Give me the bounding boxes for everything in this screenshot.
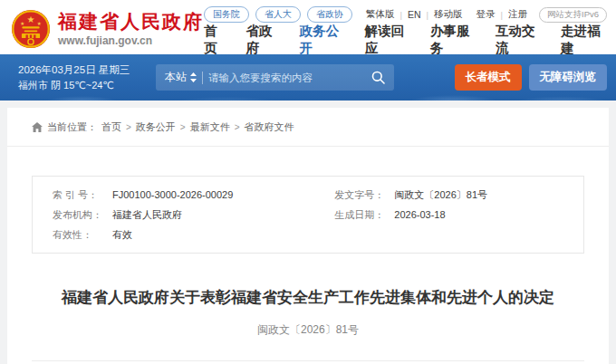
ipv6-badge: 网站支持IPv6 bbox=[539, 7, 607, 23]
breadcrumb-separator: > bbox=[180, 122, 186, 132]
document-number: 闽政文〔2026〕81号 bbox=[7, 322, 609, 338]
site-name: 福建省人民政府 bbox=[58, 11, 204, 33]
link-provincial-cppcc[interactable]: 省政协 bbox=[307, 6, 352, 23]
login-link[interactable]: 登录 bbox=[476, 8, 496, 21]
divider: | bbox=[400, 10, 402, 20]
document-meta-table: 索 引 号： FJ00100-3000-2026-00029 发布机构： 福建省… bbox=[32, 176, 584, 254]
nav-interaction[interactable]: 互动交流 bbox=[496, 23, 542, 57]
utility-bar: 国务院 省人大 省政协 繁体版 | EN | 移动版 登录 | 注册 网站支持I… bbox=[204, 6, 607, 23]
link-provincial-congress[interactable]: 省人大 bbox=[255, 6, 301, 23]
breadcrumb-separator: > bbox=[235, 122, 240, 132]
main-nav: 首页 省政府 政务公开 解读回应 办事服务 互动交流 走进福建 bbox=[204, 23, 607, 57]
meta-document-number: 发文字号： 闽政文〔2026〕81号 bbox=[334, 185, 565, 205]
svg-text:★: ★ bbox=[20, 21, 24, 26]
select-arrows-icon bbox=[190, 72, 197, 82]
top-banner: 2026年03月25日 星期三 福州市 阴 15℃~24℃ 本站 长者模式 无障… bbox=[0, 54, 616, 101]
divider bbox=[32, 360, 584, 361]
search-scope-select[interactable]: 本站 bbox=[165, 70, 197, 85]
link-traditional-chinese[interactable]: 繁体版 bbox=[366, 8, 395, 21]
search-scope-value: 本站 bbox=[165, 70, 187, 85]
divider: | bbox=[427, 10, 428, 20]
breadcrumb: 当前位置： 首页 > 政务公开 > 最新文件 > 省政府文件 bbox=[7, 108, 609, 146]
breadcrumb-prefix: 当前位置： bbox=[47, 120, 97, 134]
site-url: www.fujian.gov.cn bbox=[58, 34, 204, 47]
nav-interpretation[interactable]: 解读回应 bbox=[365, 23, 411, 57]
site-header: ★ ★ ★ 福建省人民政府 www.fujian.gov.cn 国务院 省人大 … bbox=[0, 0, 616, 54]
search-input[interactable] bbox=[208, 72, 366, 83]
divider: | bbox=[501, 10, 503, 20]
site-logo[interactable]: ★ ★ ★ 福建省人民政府 www.fujian.gov.cn bbox=[11, 0, 204, 54]
breadcrumb-latest-documents[interactable]: 最新文件 bbox=[190, 120, 230, 134]
site-search: 本站 bbox=[156, 64, 394, 91]
national-emblem-icon: ★ ★ ★ bbox=[11, 9, 51, 49]
nav-services[interactable]: 办事服务 bbox=[430, 23, 476, 57]
content-card: 当前位置： 首页 > 政务公开 > 最新文件 > 省政府文件 索 引 号： FJ… bbox=[7, 108, 609, 364]
register-link[interactable]: 注册 bbox=[508, 8, 527, 21]
svg-text:★: ★ bbox=[26, 14, 34, 24]
nav-about-fujian[interactable]: 走进福建 bbox=[561, 23, 607, 57]
breadcrumb-separator: > bbox=[126, 122, 131, 132]
svg-text:★: ★ bbox=[37, 21, 42, 26]
meta-issuing-agency: 发布机构： 福建省人民政府 bbox=[53, 205, 334, 225]
breadcrumb-home[interactable]: 首页 bbox=[101, 120, 121, 134]
current-date: 2026年03月25日 星期三 bbox=[18, 63, 156, 77]
link-mobile-version[interactable]: 移动版 bbox=[434, 8, 463, 21]
weather-info: 福州市 阴 15℃~24℃ bbox=[18, 79, 156, 92]
divider bbox=[202, 72, 203, 84]
elder-mode-button[interactable]: 长者模式 bbox=[455, 64, 522, 91]
search-button[interactable] bbox=[371, 71, 385, 84]
search-icon bbox=[371, 71, 385, 84]
breadcrumb-provincial-documents[interactable]: 省政府文件 bbox=[245, 120, 294, 134]
nav-home[interactable]: 首页 bbox=[204, 23, 227, 57]
meta-index-number: 索 引 号： FJ00100-3000-2026-00029 bbox=[53, 185, 334, 205]
breadcrumb-government-affairs[interactable]: 政务公开 bbox=[136, 120, 176, 134]
meta-issue-date: 生成日期： 2026-03-18 bbox=[334, 205, 565, 225]
link-state-council[interactable]: 国务院 bbox=[204, 6, 249, 23]
accessibility-button[interactable]: 无障碍浏览 bbox=[529, 64, 608, 91]
nav-government-affairs[interactable]: 政务公开 bbox=[300, 23, 346, 57]
meta-validity: 有效性： 有效 bbox=[53, 225, 334, 244]
link-english[interactable]: EN bbox=[408, 9, 421, 20]
divider bbox=[7, 146, 609, 147]
nav-provincial-government[interactable]: 省政府 bbox=[246, 23, 281, 57]
page-title: 福建省人民政府关于表彰福建省安全生产工作先进集体和先进个人的决定 bbox=[43, 287, 573, 309]
home-icon bbox=[32, 122, 43, 132]
